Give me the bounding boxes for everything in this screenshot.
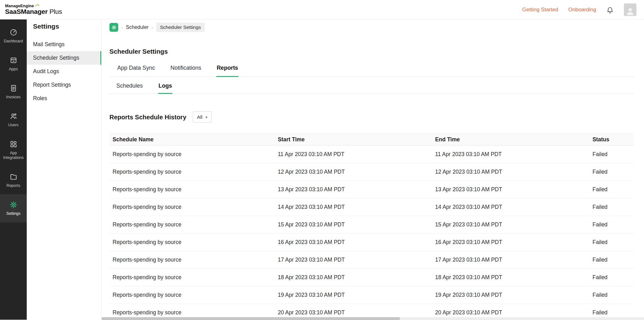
getting-started-link[interactable]: Getting Started xyxy=(522,7,558,13)
cell-start-time: 11 Apr 2023 03:10 AM PDT xyxy=(275,146,432,163)
settings-sidebar-title: Settings xyxy=(27,23,101,30)
settings-nav-roles[interactable]: Roles xyxy=(27,92,101,105)
tab-notifications[interactable]: Notifications xyxy=(170,63,202,77)
app-integrations-icon xyxy=(9,140,18,148)
subtab-schedules[interactable]: Schedules xyxy=(116,78,143,94)
user-avatar[interactable] xyxy=(624,3,636,16)
settings-gear-icon[interactable] xyxy=(109,23,118,32)
sidebar-item-reports[interactable]: Reports xyxy=(0,166,27,194)
cell-end-time: 15 Apr 2023 03:10 AM PDT xyxy=(432,216,589,234)
tab-reports[interactable]: Reports xyxy=(216,63,238,77)
column-header: End Time xyxy=(432,134,589,146)
apps-icon xyxy=(9,56,18,64)
cell-end-time: 17 Apr 2023 03:10 AM PDT xyxy=(432,251,589,269)
cell-end-time: 19 Apr 2023 03:10 AM PDT xyxy=(432,286,589,304)
cell-schedule-name: Reports-spending by source xyxy=(109,198,275,216)
cell-schedule-name: Reports-spending by source xyxy=(109,251,275,269)
table-row[interactable]: Reports-spending by source 14 Apr 2023 0… xyxy=(109,198,634,216)
brand-logo: ManageEngine SaaSManager Plus xyxy=(5,4,62,15)
chevron-down-icon: ▾ xyxy=(206,115,208,119)
history-filter-value: All xyxy=(197,114,203,120)
brand-swoosh-icon xyxy=(35,4,39,8)
table-row[interactable]: Reports-spending by source 18 Apr 2023 0… xyxy=(109,269,634,286)
cell-start-time: 15 Apr 2023 03:10 AM PDT xyxy=(275,216,432,234)
topbar-actions: Getting Started Onboarding xyxy=(522,3,636,16)
cell-schedule-name: Reports-spending by source xyxy=(109,269,275,286)
cell-status: Failed xyxy=(589,269,634,286)
main-content: › Scheduler › Scheduler Settings Schedul… xyxy=(102,19,644,320)
cell-end-time: 13 Apr 2023 03:10 AM PDT xyxy=(432,181,589,198)
cell-end-time: 14 Apr 2023 03:10 AM PDT xyxy=(432,198,589,216)
cell-status: Failed xyxy=(589,216,634,234)
cell-end-time: 11 Apr 2023 03:10 AM PDT xyxy=(432,146,589,163)
history-title: Reports Schedule History xyxy=(109,114,186,121)
brand-product-text: SaaSManager Plus xyxy=(5,8,62,15)
sidebar-item-invoices[interactable]: Invoices xyxy=(0,78,27,106)
cell-schedule-name: Reports-spending by source xyxy=(109,286,275,304)
schedule-history-table: Schedule NameStart TimeEnd TimeStatus Re… xyxy=(109,133,634,320)
sidebar-item-apps[interactable]: Apps xyxy=(0,50,27,78)
cell-end-time: 12 Apr 2023 03:10 AM PDT xyxy=(432,163,589,181)
cell-start-time: 12 Apr 2023 03:10 AM PDT xyxy=(275,163,432,181)
settings-nav-report-settings[interactable]: Report Settings xyxy=(27,78,101,92)
notifications-bell-icon[interactable] xyxy=(606,6,614,14)
settings-nav-audit-logs[interactable]: Audit Logs xyxy=(27,65,101,78)
history-filter-dropdown[interactable]: All ▾ xyxy=(193,111,212,123)
cell-schedule-name: Reports-spending by source xyxy=(109,234,275,251)
topbar: ManageEngine SaaSManager Plus Getting St… xyxy=(0,0,644,19)
horizontal-scrollbar-thumb[interactable] xyxy=(102,317,400,320)
settings-nav-list: Mail SettingsScheduler SettingsAudit Log… xyxy=(27,38,101,105)
table-row[interactable]: Reports-spending by source 17 Apr 2023 0… xyxy=(109,251,634,269)
reports-icon xyxy=(9,173,18,181)
page-title: Scheduler Settings xyxy=(109,48,634,55)
brand-manageengine-text: ManageEngine xyxy=(5,4,34,8)
invoices-icon xyxy=(9,84,18,92)
table-row[interactable]: Reports-spending by source 16 Apr 2023 0… xyxy=(109,234,634,251)
table-row[interactable]: Reports-spending by source 19 Apr 2023 0… xyxy=(109,286,634,304)
settings-nav-scheduler-settings[interactable]: Scheduler Settings xyxy=(27,51,101,65)
cell-schedule-name: Reports-spending by source xyxy=(109,216,275,234)
breadcrumb-current: Scheduler Settings xyxy=(156,23,205,32)
breadcrumb-separator-icon: › xyxy=(152,25,153,30)
settings-sidebar: Settings Mail SettingsScheduler Settings… xyxy=(27,19,102,320)
dashboard-icon xyxy=(9,28,18,36)
table-row[interactable]: Reports-spending by source 13 Apr 2023 0… xyxy=(109,181,634,198)
cell-schedule-name: Reports-spending by source xyxy=(109,163,275,181)
breadcrumb: › Scheduler › Scheduler Settings xyxy=(109,23,634,32)
sidebar-item-users[interactable]: Users xyxy=(0,106,27,134)
settings-gear-icon xyxy=(9,201,18,209)
sidebar-item-settings[interactable]: Settings xyxy=(0,194,27,222)
cell-end-time: 16 Apr 2023 03:10 AM PDT xyxy=(432,234,589,251)
primary-sidebar: Dashboard Apps Invoices Users App Integr… xyxy=(0,19,27,320)
breadcrumb-separator-icon: › xyxy=(121,25,123,30)
cell-start-time: 14 Apr 2023 03:10 AM PDT xyxy=(275,198,432,216)
subtabs-bar: SchedulesLogs xyxy=(109,78,634,94)
cell-status: Failed xyxy=(589,163,634,181)
table-row[interactable]: Reports-spending by source 15 Apr 2023 0… xyxy=(109,216,634,234)
table-header-row: Schedule NameStart TimeEnd TimeStatus xyxy=(109,134,634,146)
cell-status: Failed xyxy=(589,234,634,251)
horizontal-scrollbar[interactable] xyxy=(102,317,644,320)
cell-start-time: 17 Apr 2023 03:10 AM PDT xyxy=(275,251,432,269)
cell-start-time: 18 Apr 2023 03:10 AM PDT xyxy=(275,269,432,286)
tab-app-data-sync[interactable]: App Data Sync xyxy=(117,63,155,77)
tabs-bar: App Data SyncNotificationsReports xyxy=(109,63,634,77)
cell-status: Failed xyxy=(589,286,634,304)
sidebar-item-dashboard[interactable]: Dashboard xyxy=(0,22,27,50)
cell-end-time: 18 Apr 2023 03:10 AM PDT xyxy=(432,269,589,286)
subtab-logs[interactable]: Logs xyxy=(158,78,172,94)
cell-status: Failed xyxy=(589,146,634,163)
cell-start-time: 13 Apr 2023 03:10 AM PDT xyxy=(275,181,432,198)
table-row[interactable]: Reports-spending by source 11 Apr 2023 0… xyxy=(109,146,634,163)
sidebar-item-app-integrations[interactable]: App Integrations xyxy=(0,134,27,166)
users-icon xyxy=(9,112,18,120)
cell-schedule-name: Reports-spending by source xyxy=(109,146,275,163)
column-header: Start Time xyxy=(275,134,432,146)
onboarding-link[interactable]: Onboarding xyxy=(568,7,596,13)
history-header: Reports Schedule History All ▾ xyxy=(109,111,634,123)
cell-status: Failed xyxy=(589,251,634,269)
table-row[interactable]: Reports-spending by source 12 Apr 2023 0… xyxy=(109,163,634,181)
breadcrumb-scheduler-link[interactable]: Scheduler xyxy=(126,24,148,30)
cell-start-time: 19 Apr 2023 03:10 AM PDT xyxy=(275,286,432,304)
settings-nav-mail-settings[interactable]: Mail Settings xyxy=(27,38,101,51)
